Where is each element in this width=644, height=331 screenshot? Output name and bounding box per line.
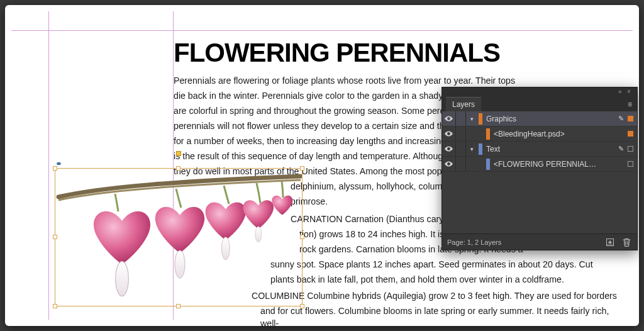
resize-handle[interactable] [300,166,304,171]
selection-square-icon[interactable] [628,146,633,152]
lock-column[interactable] [456,111,466,126]
page-title: FLOWERING PERENNIALS [174,38,500,68]
layer-color-chip [486,128,490,140]
lock-column[interactable] [456,142,466,156]
app-window: FLOWERING PERENNIALS Perennials are flow… [5,5,639,326]
panel-collapse-icon[interactable]: « [618,89,625,95]
layer-row-text[interactable]: ▾ Text ✎ [442,142,637,157]
resize-handle[interactable] [53,235,57,239]
layer-color-chip [479,113,482,125]
paragraph-line: and for cut flowers. Columbine blooms in… [174,305,626,326]
lock-column[interactable] [456,157,466,171]
selection-square-icon[interactable] [628,116,633,121]
trash-icon [623,238,631,247]
pen-icon: ✎ [618,115,624,123]
resize-handle[interactable] [53,304,57,308]
paragraph-line: Perennials are flowering or foliage plan… [174,74,626,87]
lock-column[interactable] [456,126,466,141]
layer-label: Text [486,145,500,154]
layer-label: <BleedingHeart.psd> [494,130,565,138]
panel-footer: Page: 1, 2 Layers [442,233,637,250]
content-grabber[interactable] [176,151,181,156]
eye-icon [445,146,453,152]
layer-content[interactable]: ▾ Graphics ✎ [466,113,637,125]
layer-content[interactable]: ▾ Text ✎ [466,143,637,155]
layer-content[interactable]: <FLOWERING PERENNIALSPerennials …> [466,159,637,170]
resize-handle[interactable] [300,235,304,239]
eye-icon [445,161,453,167]
panel-tabs: Layers ≡ [442,96,637,111]
panel-titlebar[interactable]: « × [442,87,637,96]
panel-close-icon[interactable]: × [627,89,633,95]
visibility-toggle[interactable] [442,157,456,171]
layer-row-graphics-item[interactable]: <BleedingHeart.psd> [442,126,637,142]
selection-square-icon[interactable] [628,161,633,167]
new-layer-button[interactable] [604,237,616,248]
layer-list: ▾ Graphics ✎ [442,111,637,233]
panel-status: Page: 1, 2 Layers [447,238,599,246]
document-canvas[interactable]: FLOWERING PERENNIALS Perennials are flow… [11,11,633,320]
eye-icon [445,131,453,137]
disclosure-triangle-icon[interactable]: ▾ [469,146,475,152]
resize-handle[interactable] [176,166,180,171]
layer-color-chip [486,159,490,170]
layer-label: Graphics [486,115,516,123]
image-selection-frame[interactable]: ⚭ [55,168,303,306]
margin-guide-left [48,11,49,320]
layer-row-text-item[interactable]: <FLOWERING PERENNIALSPerennials …> [442,157,637,172]
layer-label: <FLOWERING PERENNIALSPerennials …> [494,160,601,169]
visibility-toggle[interactable] [442,111,456,126]
panel-menu-icon[interactable]: ≡ [623,98,637,111]
resize-handle[interactable] [53,166,57,171]
new-page-icon [606,238,614,247]
resize-handle[interactable] [176,304,180,308]
delete-layer-button[interactable] [621,237,632,248]
visibility-toggle[interactable] [442,126,456,141]
pen-icon: ✎ [618,145,624,153]
layer-color-chip [479,143,482,155]
layer-content[interactable]: <BleedingHeart.psd> [466,128,637,140]
tab-layers[interactable]: Layers [446,97,481,111]
disclosure-triangle-icon[interactable]: ▾ [469,116,475,122]
resize-handle[interactable] [300,304,304,308]
layers-panel[interactable]: « × Layers ≡ ▾ Graphics [441,87,638,250]
margin-guide-top [11,30,633,31]
visibility-toggle[interactable] [442,142,456,156]
layer-row-graphics[interactable]: ▾ Graphics ✎ [442,111,637,126]
eye-icon [445,116,453,121]
selection-square-icon[interactable] [628,131,633,137]
